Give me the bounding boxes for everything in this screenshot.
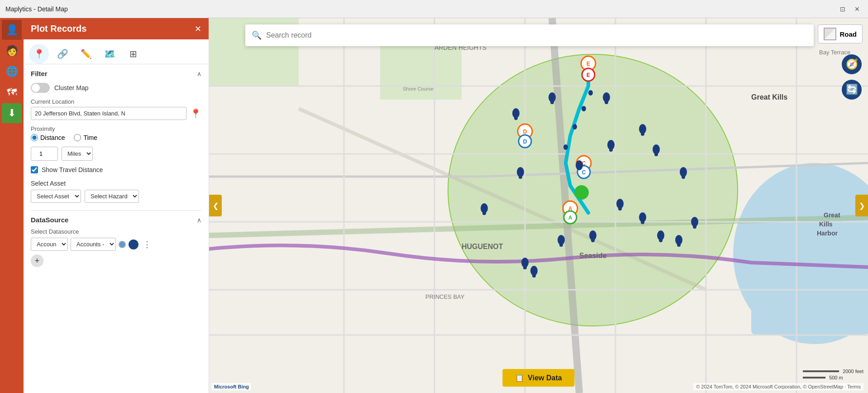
- proximity-radio-group: Distance Time: [31, 134, 201, 141]
- current-location-input[interactable]: [31, 107, 186, 120]
- road-icon: [824, 28, 836, 40]
- tab-grid[interactable]: ⊞: [123, 44, 143, 64]
- title-bar: Maplytics - Detail Map ⊡ ✕: [0, 0, 868, 18]
- svg-text:E: E: [587, 61, 590, 67]
- compass-icon: 🧭: [846, 58, 858, 70]
- filter-section-title: Filter: [31, 70, 48, 77]
- more-options-button[interactable]: ⋮: [141, 239, 153, 250]
- map-background: E E D D C C A A: [209, 18, 868, 393]
- icon-sidebar: 👤 🧑 🌐 🗺 ⬇: [0, 18, 24, 393]
- svg-point-64: [677, 243, 681, 247]
- svg-text:PRINCES BAY: PRINCES BAY: [425, 293, 465, 300]
- distance-radio[interactable]: [31, 134, 38, 141]
- navigation-icon: 🔄: [846, 84, 858, 96]
- select-hazard-dropdown[interactable]: Select Hazard: [85, 190, 139, 203]
- svg-text:Kills: Kills: [819, 220, 833, 228]
- datasource-title: DataSource: [31, 216, 68, 224]
- road-view-button[interactable]: Road: [818, 24, 863, 43]
- current-location-label: Current Location: [31, 98, 201, 105]
- svg-point-66: [693, 225, 696, 229]
- dot-small-icon[interactable]: [119, 241, 126, 248]
- restore-button[interactable]: ⊡: [837, 4, 848, 14]
- svg-point-78: [582, 106, 586, 111]
- distance-unit-select[interactable]: Miles Km: [62, 147, 93, 161]
- svg-point-42: [550, 101, 554, 104]
- sidebar-btn-person[interactable]: 🧑: [2, 41, 22, 61]
- map-collapse-button[interactable]: ❮: [209, 195, 222, 216]
- distance-label: Distance: [40, 134, 65, 141]
- select-asset-label: Select Asset: [31, 180, 201, 187]
- panel-close-button[interactable]: ✕: [195, 24, 201, 34]
- svg-point-44: [605, 101, 608, 104]
- collapse-arrow-icon: ❮: [213, 201, 219, 210]
- dot-large-icon[interactable]: [129, 240, 138, 249]
- navigation-button[interactable]: 🔄: [842, 80, 862, 100]
- scale-bar: 2000 feet 500 m: [803, 369, 863, 380]
- tab-location[interactable]: 📍: [29, 44, 49, 64]
- search-input[interactable]: [266, 31, 807, 39]
- svg-text:Bay Terrace: Bay Terrace: [819, 49, 850, 56]
- add-icon: +: [35, 256, 40, 266]
- svg-text:D: D: [523, 129, 527, 135]
- scale-label-500m: 500 m: [829, 375, 843, 380]
- bing-logo: Microsoft Bing: [212, 383, 251, 390]
- show-travel-distance-checkbox[interactable]: [31, 166, 38, 173]
- svg-point-75: [576, 160, 583, 170]
- close-button[interactable]: ✕: [852, 4, 863, 14]
- add-datasource-button[interactable]: +: [31, 254, 43, 267]
- select-asset-dropdown[interactable]: Select Asset: [31, 190, 81, 203]
- distance-input[interactable]: [31, 147, 58, 161]
- select-asset-row: Select Asset Select Hazard: [31, 190, 201, 203]
- copyright-text: © 2024 TomTom, © 2024 Microsoft Corporat…: [696, 384, 861, 389]
- svg-point-52: [519, 175, 522, 179]
- svg-text:Great: Great: [824, 211, 840, 219]
- datasource-row: Accoun Accounts - ⋮: [31, 238, 201, 251]
- svg-point-79: [588, 90, 593, 96]
- toggle-knob: [32, 84, 40, 92]
- tab-layers[interactable]: 🗺️: [100, 44, 119, 64]
- panel-title: Plot Records: [31, 24, 86, 34]
- time-radio[interactable]: [74, 134, 81, 141]
- filter-collapse-button[interactable]: ∧: [197, 70, 201, 77]
- scale-label-2000ft: 2000 feet: [843, 369, 863, 374]
- cluster-map-toggle[interactable]: [31, 83, 50, 93]
- distance-option[interactable]: Distance: [31, 134, 65, 141]
- window-controls: ⊡ ✕: [837, 4, 863, 14]
- svg-point-54: [482, 211, 486, 215]
- tab-edit[interactable]: ✏️: [76, 44, 96, 64]
- svg-point-40: [514, 116, 518, 120]
- map-expand-button[interactable]: ❯: [855, 195, 868, 216]
- view-data-button[interactable]: 📋 View Data: [502, 369, 574, 387]
- svg-text:Shore Course: Shore Course: [403, 86, 434, 91]
- datasource-select1[interactable]: Accoun: [31, 238, 68, 251]
- current-location-row: 📍: [31, 107, 201, 120]
- panel-header: Plot Records ✕: [24, 18, 209, 39]
- panel-content: Filter ∧ Cluster Map Current Location 📍 …: [24, 64, 209, 393]
- sidebar-btn-layers[interactable]: 🗺: [2, 82, 22, 102]
- tab-route[interactable]: 🔗: [52, 44, 72, 64]
- datasource-collapse-button[interactable]: ∧: [197, 216, 201, 224]
- svg-point-70: [559, 243, 563, 247]
- location-pin-icon[interactable]: 📍: [190, 108, 201, 119]
- sidebar-btn-download[interactable]: ⬇: [2, 103, 22, 123]
- svg-point-68: [591, 239, 595, 242]
- svg-point-48: [654, 153, 658, 156]
- sidebar-btn-globe[interactable]: 🌐: [2, 62, 22, 81]
- svg-text:Great Kills: Great Kills: [751, 93, 787, 101]
- time-option[interactable]: Time: [74, 134, 97, 141]
- svg-point-74: [532, 274, 536, 278]
- compass-button[interactable]: 🧭: [842, 54, 862, 74]
- svg-point-72: [523, 266, 527, 269]
- view-data-icon: 📋: [515, 374, 524, 382]
- time-label: Time: [83, 134, 97, 141]
- filter-section-header: Filter ∧: [31, 70, 201, 77]
- select-datasource-label: Select Datasource: [31, 228, 201, 235]
- section-divider: [31, 210, 201, 211]
- svg-text:A: A: [568, 215, 572, 221]
- sidebar-btn-user[interactable]: 👤: [2, 20, 22, 40]
- show-travel-distance-label: Show Travel Distance: [42, 166, 103, 173]
- datasource-select2[interactable]: Accounts -: [71, 238, 116, 251]
- datasource-section: DataSource ∧ Select Datasource Accoun Ac…: [31, 216, 201, 267]
- svg-text:D: D: [523, 139, 527, 145]
- svg-text:C: C: [582, 169, 586, 176]
